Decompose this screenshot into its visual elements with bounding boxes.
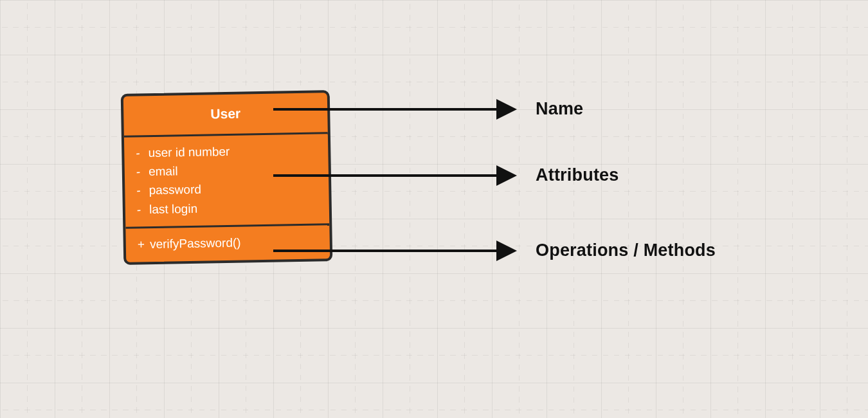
annotation-label-operations: Operations / Methods [536, 241, 716, 260]
uml-attribute-visibility: - [136, 181, 146, 201]
uml-class-operations-compartment: + verifyPassword() [125, 224, 330, 262]
uml-attribute-name: last login [149, 202, 197, 216]
uml-attribute-row: - last login [137, 197, 318, 219]
uml-class-name-compartment: User [123, 93, 328, 135]
annotation-label-attributes: Attributes [536, 165, 619, 185]
uml-attribute-visibility: - [137, 200, 147, 219]
uml-operation-row: + verifyPassword() [138, 232, 318, 254]
uml-class-attributes-compartment: - user id number - email - password - la… [124, 132, 329, 227]
uml-class-name: User [210, 106, 240, 122]
annotation-label-name: Name [536, 99, 583, 119]
uml-attribute-name: password [149, 183, 201, 197]
uml-class-box: User - user id number - email - password… [121, 90, 333, 264]
uml-attribute-name: user id number [148, 144, 230, 159]
uml-attribute-visibility: - [136, 162, 146, 181]
uml-operation-signature: verifyPassword() [150, 236, 241, 251]
uml-operation-visibility: + [138, 235, 147, 254]
uml-attribute-name: email [149, 164, 178, 178]
uml-attribute-visibility: - [136, 143, 145, 163]
